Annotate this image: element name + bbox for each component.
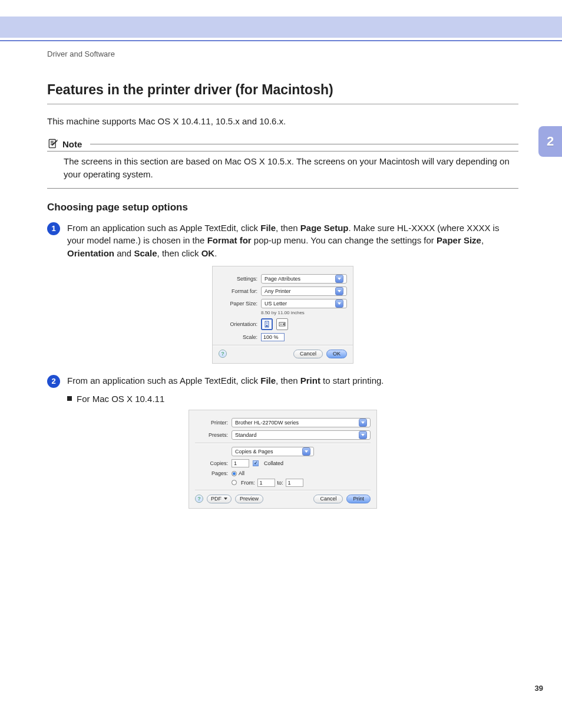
- copies-input[interactable]: 1: [232, 459, 249, 467]
- ok-button[interactable]: OK: [326, 350, 347, 358]
- page-title: Features in the printer driver (for Maci…: [47, 82, 518, 104]
- pages-label: Pages:: [195, 470, 228, 476]
- cancel-button[interactable]: Cancel: [313, 495, 343, 503]
- paper-size-combo[interactable]: US Letter: [261, 299, 347, 308]
- step-2: 2 From an application such as Apple Text…: [47, 374, 518, 388]
- printer-label: Printer:: [195, 420, 228, 426]
- step-badge-1: 1: [47, 222, 60, 235]
- step-2-text: From an application such as Apple TextEd…: [67, 374, 518, 388]
- step-badge-2: 2: [47, 375, 60, 388]
- paper-size-label: Paper Size:: [219, 301, 257, 307]
- from-label: From:: [241, 480, 255, 486]
- note-rule: [90, 144, 518, 144]
- chevron-down-icon: [335, 275, 343, 283]
- note-body: The screens in this section are based on…: [47, 151, 518, 189]
- section-title: Choosing page setup options: [47, 202, 518, 213]
- settings-label: Settings:: [219, 276, 257, 282]
- chevron-down-icon: [302, 447, 310, 456]
- portrait-button[interactable]: [261, 318, 273, 330]
- chevron-down-icon: [335, 299, 343, 308]
- svg-point-7: [280, 324, 282, 325]
- chevron-down-icon: [359, 419, 367, 427]
- to-label: to:: [277, 480, 283, 486]
- collated-label: Collated: [264, 460, 283, 466]
- top-accent-bar: [0, 17, 562, 38]
- format-for-combo[interactable]: Any Printer: [261, 286, 347, 296]
- settings-combo[interactable]: Page Attributes: [261, 274, 347, 284]
- chevron-down-icon: [359, 431, 367, 439]
- preview-button[interactable]: Preview: [235, 495, 263, 503]
- cancel-button[interactable]: Cancel: [293, 350, 323, 358]
- presets-label: Presets:: [195, 432, 228, 438]
- pages-range-radio[interactable]: [232, 480, 237, 485]
- paper-dims: 8.50 by 11.00 inches: [261, 310, 347, 315]
- page-number: 39: [535, 684, 543, 693]
- step-2-subitem: For Mac OS X 10.4.11: [67, 394, 518, 404]
- pages-all-radio[interactable]: [232, 471, 237, 476]
- step-1: 1 From an application such as Apple Text…: [47, 222, 518, 260]
- note-icon: [47, 138, 59, 150]
- collated-checkbox[interactable]: [253, 460, 259, 466]
- print-dialog: Printer: Brother HL-2270DW series Preset…: [189, 410, 377, 509]
- step-1-text: From an application such as Apple TextEd…: [67, 222, 518, 260]
- breadcrumb: Driver and Software: [47, 50, 518, 58]
- note-label: Note: [62, 139, 82, 149]
- panel-combo[interactable]: Copies & Pages: [232, 447, 314, 456]
- to-input[interactable]: 1: [286, 479, 303, 487]
- svg-point-5: [266, 322, 267, 324]
- chevron-down-icon: [335, 287, 343, 295]
- format-for-label: Format for:: [219, 288, 257, 294]
- intro-text: This machine supports Mac OS X 10.4.11, …: [47, 115, 518, 127]
- scale-input[interactable]: 100 %: [261, 333, 285, 341]
- landscape-button[interactable]: [276, 318, 288, 330]
- page-setup-dialog: Settings: Page Attributes Format for: An…: [212, 266, 353, 364]
- help-button[interactable]: ?: [195, 495, 203, 503]
- pdf-menu-button[interactable]: PDF: [207, 495, 232, 503]
- pages-all-label: All: [239, 470, 244, 476]
- bullet-square-icon: [67, 396, 72, 401]
- help-button[interactable]: ?: [219, 350, 227, 358]
- print-button[interactable]: Print: [346, 495, 371, 503]
- copies-label: Copies:: [195, 460, 228, 466]
- step-2-sub-text: For Mac OS X 10.4.11: [77, 394, 164, 404]
- from-input[interactable]: 1: [257, 479, 275, 487]
- presets-combo[interactable]: Standard: [232, 430, 371, 440]
- chapter-tab: 2: [538, 126, 562, 157]
- note-block: Note The screens in this section are bas…: [47, 138, 518, 189]
- printer-combo[interactable]: Brother HL-2270DW series: [232, 418, 371, 427]
- scale-label: Scale:: [219, 334, 257, 340]
- orientation-label: Orientation:: [219, 321, 257, 327]
